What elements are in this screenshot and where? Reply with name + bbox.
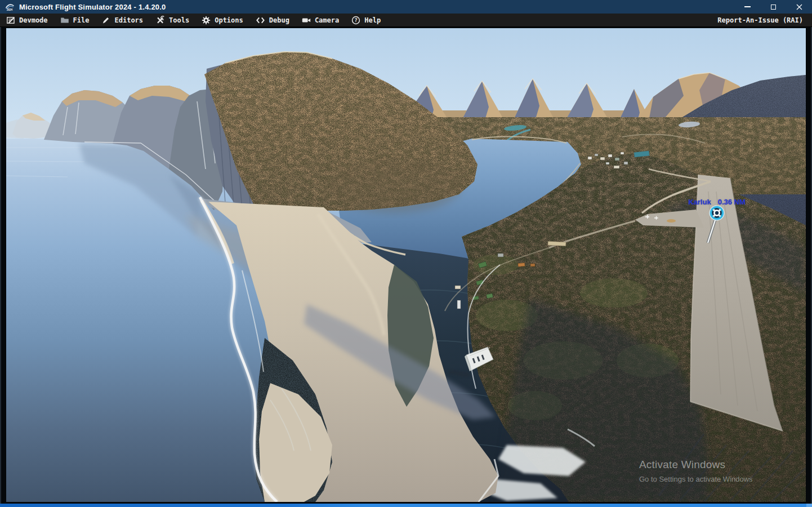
devmode-icon bbox=[6, 16, 15, 25]
menu-label: Editors bbox=[114, 16, 143, 24]
close-icon bbox=[796, 4, 802, 10]
waypoint-label: Karluk0.36 NM bbox=[688, 198, 746, 206]
menu-label: Devmode bbox=[19, 16, 48, 24]
msfs-2024-logo-icon: 2024 bbox=[5, 2, 15, 11]
resize-grip[interactable] bbox=[806, 504, 812, 507]
report-an-issue-button[interactable]: Report-An-Issue (RAI) bbox=[717, 16, 812, 24]
mountain-lower-shading bbox=[327, 159, 462, 213]
menu-label: Camera bbox=[315, 16, 339, 24]
window-title: Microsoft Flight Simulator 2024 - 1.4.20… bbox=[19, 3, 166, 11]
viewport-frame: Karluk0.36 NM Activate Windows Go to Set… bbox=[0, 27, 812, 504]
menu-label: Help bbox=[364, 16, 381, 24]
menu-item-options[interactable]: Options bbox=[195, 14, 249, 26]
pencil-icon bbox=[101, 16, 110, 25]
window-controls bbox=[734, 0, 812, 14]
menu-label: File bbox=[73, 16, 90, 24]
menu-item-editors[interactable]: Editors bbox=[95, 14, 149, 26]
folder-icon bbox=[60, 16, 69, 25]
menu-item-debug[interactable]: Debug bbox=[249, 14, 296, 26]
maximize-icon bbox=[771, 5, 776, 10]
minimize-button[interactable] bbox=[734, 0, 760, 14]
close-button[interactable] bbox=[786, 0, 812, 14]
minimize-icon bbox=[744, 6, 751, 7]
code-icon bbox=[256, 16, 265, 25]
waypoint-distance: 0.36 NM bbox=[718, 198, 746, 206]
menu-item-help[interactable]: ? Help bbox=[345, 14, 387, 26]
menu-item-camera[interactable]: Camera bbox=[296, 14, 345, 26]
menu-label: Tools bbox=[169, 16, 189, 24]
scene-container[interactable]: Karluk0.36 NM Activate Windows Go to Set… bbox=[6, 28, 806, 502]
svg-text:2024: 2024 bbox=[7, 8, 13, 11]
3d-viewport[interactable] bbox=[6, 28, 806, 502]
menu-item-tools[interactable]: Tools bbox=[149, 14, 195, 26]
menu-label: Debug bbox=[269, 16, 289, 24]
title-bar[interactable]: 2024 Microsoft Flight Simulator 2024 - 1… bbox=[0, 0, 812, 14]
app-window: 2024 Microsoft Flight Simulator 2024 - 1… bbox=[0, 0, 812, 507]
menu-label: Options bbox=[215, 16, 243, 24]
gear-icon bbox=[202, 16, 211, 25]
tools-icon bbox=[155, 16, 165, 25]
window-bottom-border bbox=[0, 504, 812, 507]
maximize-button[interactable] bbox=[760, 0, 786, 14]
waypoint-name: Karluk bbox=[688, 198, 711, 206]
menu-item-file[interactable]: File bbox=[54, 14, 96, 26]
help-icon: ? bbox=[351, 16, 360, 25]
frame-edge-left bbox=[0, 27, 1, 504]
menu-item-devmode[interactable]: Devmode bbox=[0, 14, 54, 26]
menu-bar: Devmode File Editors Tools bbox=[0, 14, 812, 27]
camera-icon bbox=[302, 16, 311, 25]
svg-text:?: ? bbox=[354, 17, 358, 23]
